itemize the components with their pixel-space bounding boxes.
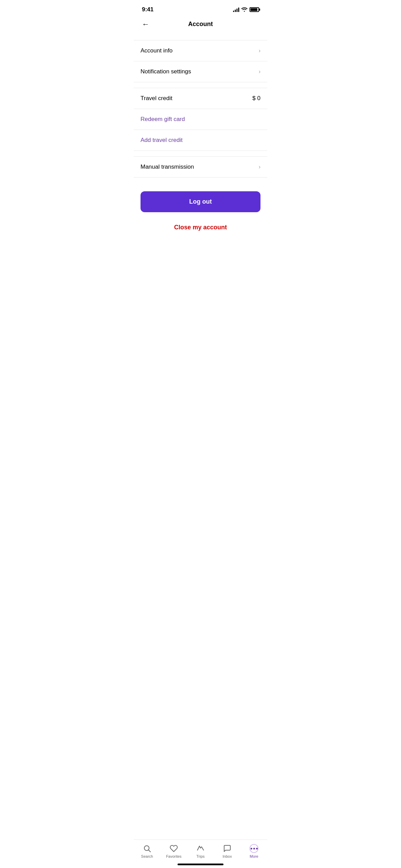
status-icons bbox=[233, 7, 259, 13]
chevron-right-icon: › bbox=[259, 48, 260, 54]
page-title: Account bbox=[188, 21, 213, 28]
travel-credit-value: $ 0 bbox=[252, 95, 260, 102]
action-buttons-section: Log out Close my account bbox=[134, 178, 267, 241]
close-account-button[interactable]: Close my account bbox=[141, 220, 260, 234]
account-info-item[interactable]: Account info › bbox=[134, 40, 267, 61]
manual-transmission-section: Manual transmission › bbox=[134, 156, 267, 178]
account-info-label: Account info bbox=[141, 47, 173, 54]
notification-settings-item[interactable]: Notification settings › bbox=[134, 61, 267, 82]
back-arrow-icon: ← bbox=[142, 20, 149, 28]
add-travel-credit-item[interactable]: Add travel credit bbox=[134, 130, 267, 151]
manual-transmission-item[interactable]: Manual transmission › bbox=[134, 156, 267, 178]
page-header: ← Account bbox=[134, 17, 267, 35]
account-info-right: › bbox=[259, 48, 260, 54]
notification-settings-label: Notification settings bbox=[141, 68, 191, 75]
status-time: 9:41 bbox=[142, 6, 154, 13]
chevron-right-icon-2: › bbox=[259, 69, 260, 75]
travel-credit-header: Travel credit $ 0 bbox=[134, 88, 267, 109]
manual-transmission-right: › bbox=[259, 164, 260, 170]
manual-transmission-label: Manual transmission bbox=[141, 164, 194, 170]
signal-icon bbox=[233, 7, 239, 12]
back-button[interactable]: ← bbox=[141, 19, 151, 29]
logout-button[interactable]: Log out bbox=[141, 191, 260, 212]
main-menu-section: Account info › Notification settings › bbox=[134, 40, 267, 82]
battery-icon bbox=[250, 7, 259, 12]
chevron-right-icon-3: › bbox=[259, 164, 260, 170]
redeem-gift-card-label: Redeem gift card bbox=[141, 116, 185, 123]
redeem-gift-card-item[interactable]: Redeem gift card bbox=[134, 109, 267, 130]
notification-settings-right: › bbox=[259, 69, 260, 75]
status-bar: 9:41 bbox=[134, 0, 267, 17]
add-travel-credit-label: Add travel credit bbox=[141, 137, 183, 144]
travel-credit-label: Travel credit bbox=[141, 95, 172, 102]
travel-credit-section: Travel credit $ 0 Redeem gift card Add t… bbox=[134, 88, 267, 151]
wifi-icon bbox=[241, 7, 247, 13]
